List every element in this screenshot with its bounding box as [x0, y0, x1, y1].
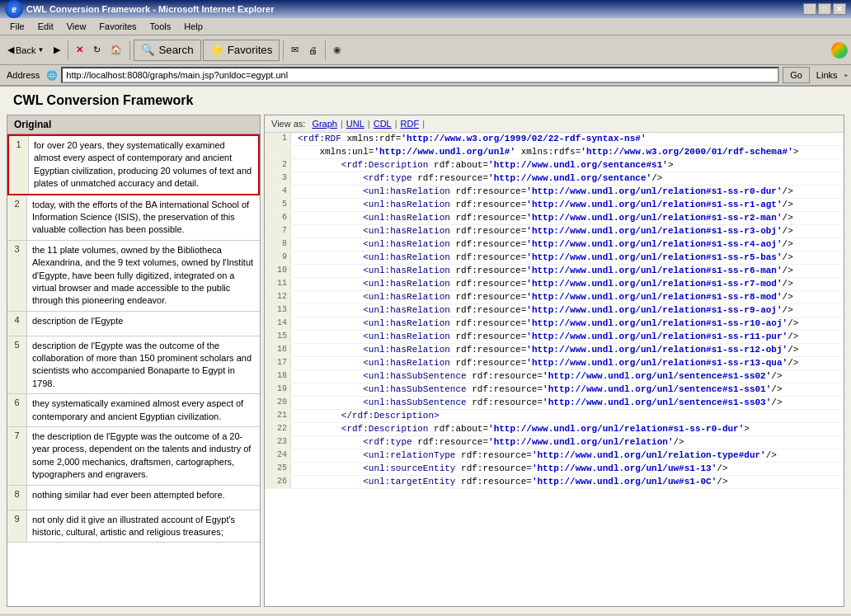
sentence-number: 7: [7, 427, 27, 485]
mail-button[interactable]: ✉: [287, 39, 303, 62]
back-button[interactable]: ◀ Back ▼: [3, 39, 48, 62]
xml-row: 6 <unl:hasRelation rdf:resource='http://…: [265, 212, 844, 225]
xml-row: 17 <unl:hasRelation rdf:resource='http:/…: [265, 357, 844, 370]
address-icon: 🌐: [46, 70, 58, 81]
xml-line-content: <unl:hasRelation rdf:resource='http://ww…: [291, 304, 800, 317]
view-bar: View as: Graph | UNL | CDL | RDF |: [265, 115, 844, 133]
separator-2: [129, 40, 130, 60]
print-icon: 🖨: [308, 45, 317, 55]
xml-line-content: <unl:hasRelation rdf:resource='http://ww…: [291, 291, 800, 303]
separator-1: [68, 40, 68, 60]
line-number: 5: [265, 199, 291, 211]
line-number: 16: [265, 344, 291, 356]
forward-button[interactable]: ▶: [49, 39, 64, 62]
sentence-row[interactable]: 2 today, with the efforts of the BA inte…: [7, 195, 260, 241]
menu-edit[interactable]: Edit: [31, 20, 60, 33]
xml-row: 20 <unl:hasSubSentence rdf:resource='htt…: [265, 397, 844, 410]
xml-row: 13 <unl:hasRelation rdf:resource='http:/…: [265, 304, 844, 317]
title-bar-controls[interactable]: _ □ ✕: [803, 3, 846, 15]
sentence-number: 5: [7, 336, 27, 394]
sentence-text: for over 20 years, they systematically e…: [29, 136, 258, 194]
search-button[interactable]: 🔍 Search: [134, 40, 200, 61]
xml-line-content: xmlns:unl='http://www.undl.org/unl#' xml…: [291, 146, 805, 158]
sentence-row[interactable]: 8 nothing similar had ever been attempte…: [7, 486, 260, 510]
stop-button[interactable]: ✕: [72, 39, 87, 62]
line-number: 10: [265, 265, 291, 277]
xml-line-content: <unl:relationType rdf:resource='http://w…: [291, 449, 783, 462]
view-rdf-link[interactable]: RDF: [401, 119, 420, 129]
sentence-row[interactable]: 9 not only did it give an illustrated ac…: [7, 510, 260, 543]
separator-4: [325, 40, 326, 60]
line-number: 9: [265, 252, 291, 264]
refresh-button[interactable]: ↻: [89, 39, 105, 62]
mail-icon: ✉: [291, 45, 299, 55]
xml-line-content: <rdf:RDF xmlns:rdf='http://www.w3.org/19…: [291, 133, 653, 145]
sep-1: |: [341, 119, 343, 129]
menu-view[interactable]: View: [60, 20, 93, 33]
xml-line-content: <unl:hasRelation rdf:resource='http://ww…: [291, 317, 805, 330]
menu-help[interactable]: Help: [177, 20, 209, 33]
menu-favorites[interactable]: Favorites: [92, 20, 143, 33]
sentence-row[interactable]: 4 description de l'Egypte: [7, 312, 260, 336]
search-label: Search: [158, 44, 193, 56]
ie-logo-icon: e: [5, 0, 23, 18]
xml-line-content: <unl:hasRelation rdf:resource='http://ww…: [291, 238, 800, 251]
favorites-button[interactable]: ⭐ Favorites: [203, 40, 280, 61]
back-label: Back: [16, 45, 35, 55]
view-unl-link[interactable]: UNL: [346, 119, 364, 129]
sentence-text: not only did it give an illustrated acco…: [27, 510, 260, 543]
favorites-label: Favorites: [228, 44, 273, 56]
address-input[interactable]: [61, 67, 779, 83]
print-button[interactable]: 🖨: [304, 39, 322, 62]
xml-row: 24 <unl:relationType rdf:resource='http:…: [265, 449, 844, 463]
view-cdl-link[interactable]: CDL: [374, 119, 392, 129]
search-icon: 🔍: [141, 44, 155, 56]
xml-row: 16 <unl:hasRelation rdf:resource='http:/…: [265, 344, 844, 357]
minimize-button[interactable]: _: [803, 3, 816, 15]
xml-line-content: <unl:hasRelation rdf:resource='http://ww…: [291, 344, 805, 356]
line-number: [265, 146, 291, 158]
line-number: 17: [265, 357, 291, 369]
sentence-number: 9: [7, 510, 27, 543]
xml-row: 7 <unl:hasRelation rdf:resource='http://…: [265, 225, 844, 238]
forward-icon: ▶: [54, 45, 60, 55]
view-graph-link[interactable]: Graph: [312, 119, 337, 129]
go-button[interactable]: Go: [783, 67, 810, 83]
maximize-button[interactable]: □: [818, 3, 831, 15]
back-chevron-icon: ▼: [37, 46, 44, 54]
sentence-row[interactable]: 7 the description de l'Egypte was the ou…: [7, 427, 260, 486]
home-icon: 🏠: [110, 45, 122, 55]
xml-line-content: <unl:hasRelation rdf:resource='http://ww…: [291, 331, 805, 343]
sentence-row[interactable]: 5 description de l'Egypte was the outcom…: [7, 336, 260, 395]
xml-row: 10 <unl:hasRelation rdf:resource='http:/…: [265, 265, 844, 278]
xml-line-content: <unl:targetEntity rdf:resource='http://w…: [291, 476, 735, 488]
xml-line-content: <unl:hasRelation rdf:resource='http://ww…: [291, 278, 800, 290]
menu-tools[interactable]: Tools: [143, 20, 178, 33]
sentence-number: 1: [9, 136, 29, 194]
line-number: 2: [265, 159, 291, 172]
title-bar: e CWL Conversion Framework - Microsoft I…: [0, 0, 851, 18]
menu-file[interactable]: File: [3, 20, 31, 33]
separator-3: [283, 40, 284, 60]
sep-2: |: [368, 119, 370, 129]
back-icon: ◀: [7, 45, 14, 55]
media-button[interactable]: ◉: [329, 39, 346, 62]
xml-row: 19 <unl:hasSubSentence rdf:resource='htt…: [265, 383, 844, 397]
xml-line-content: <rdf:Description rdf:about='http://www.u…: [291, 423, 756, 435]
line-number: 6: [265, 212, 291, 224]
close-button[interactable]: ✕: [833, 3, 846, 15]
links-button[interactable]: Links: [813, 70, 841, 80]
sentence-row[interactable]: 6 they systematically examined almost ev…: [7, 394, 260, 427]
line-number: 14: [265, 317, 291, 330]
xml-line-content: <unl:hasRelation rdf:resource='http://ww…: [291, 212, 800, 224]
sentence-text: the description de l'Egypte was the outc…: [27, 427, 260, 485]
xml-line-content: </rdf:Description>: [291, 410, 446, 422]
xml-line-content: <unl:sourceEntity rdf:resource='http://w…: [291, 463, 735, 475]
xml-row: 15 <unl:hasRelation rdf:resource='http:/…: [265, 331, 844, 344]
xml-row: 26 <unl:targetEntity rdf:resource='http:…: [265, 476, 844, 489]
sentence-row[interactable]: 1 for over 20 years, they systematically…: [7, 134, 260, 195]
xml-line-content: <unl:hasRelation rdf:resource='http://ww…: [291, 265, 800, 277]
windows-xp-logo: [831, 42, 848, 59]
sentence-row[interactable]: 3 the 11 plate volumes, owned by the Bib…: [7, 241, 260, 312]
home-button[interactable]: 🏠: [106, 39, 126, 62]
